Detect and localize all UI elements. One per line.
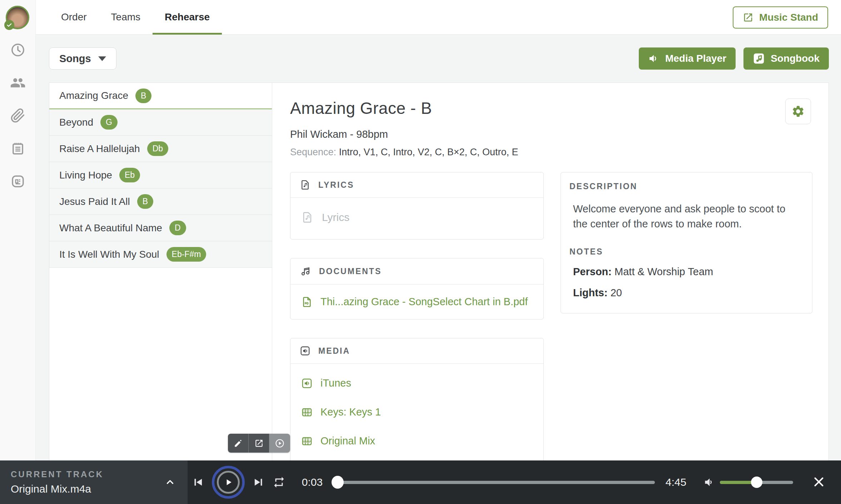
sidebar-item-notes[interactable] bbox=[10, 141, 26, 156]
song-key-badge: Eb bbox=[119, 168, 140, 182]
sidebar-item-people[interactable] bbox=[10, 75, 26, 91]
lyrics-card-header: LYRICS bbox=[290, 172, 543, 198]
elapsed-time: 0:03 bbox=[298, 476, 326, 488]
play-button[interactable] bbox=[212, 466, 245, 499]
song-key-badge: Db bbox=[147, 141, 168, 156]
song-list-item-title: Beyond bbox=[59, 117, 93, 128]
description-card: DESCRIPTION Welcome everyone and ask peo… bbox=[561, 172, 812, 313]
close-player-button[interactable] bbox=[812, 475, 825, 489]
rehearse-panel: Amazing GraceBBeyondGRaise A HallelujahD… bbox=[49, 82, 829, 460]
lyrics-card-body: Lyrics bbox=[290, 198, 543, 239]
songbook-note-icon bbox=[753, 52, 765, 65]
content-toolbar: Songs Media Player Songbook bbox=[49, 47, 829, 70]
cards-left-column: LYRICS Lyrics bbox=[290, 172, 544, 460]
keys-icon bbox=[301, 435, 313, 447]
next-track-button[interactable] bbox=[252, 475, 265, 489]
song-list-item-title: Amazing Grace bbox=[59, 90, 128, 101]
sidebar-item-layout[interactable] bbox=[10, 173, 26, 189]
music-stand-button[interactable]: Music Stand bbox=[733, 6, 828, 29]
lyrics-doc-icon bbox=[300, 180, 310, 190]
song-key-badge: G bbox=[100, 115, 118, 130]
clock-icon bbox=[10, 42, 25, 57]
repeat-icon bbox=[273, 476, 285, 489]
settings-button[interactable] bbox=[785, 99, 811, 124]
lyrics-placeholder-icon bbox=[301, 211, 313, 223]
song-list-item[interactable]: BeyondG bbox=[49, 109, 272, 136]
lyrics-placeholder[interactable]: Lyrics bbox=[290, 201, 543, 236]
songs-dropdown[interactable]: Songs bbox=[49, 47, 116, 70]
document-link-label: Thi...azing Grace - SongSelect Chart in … bbox=[320, 296, 528, 308]
skip-previous-icon bbox=[191, 475, 205, 489]
speaker-icon bbox=[648, 53, 660, 64]
tab-teams[interactable]: Teams bbox=[99, 0, 153, 34]
preview-play-button[interactable] bbox=[269, 434, 290, 453]
music-stand-label: Music Stand bbox=[759, 12, 818, 23]
tab-order[interactable]: Order bbox=[49, 0, 99, 34]
lyrics-card: LYRICS Lyrics bbox=[290, 172, 544, 240]
songs-dropdown-label: Songs bbox=[59, 53, 91, 65]
song-list-item[interactable]: Amazing GraceB bbox=[49, 83, 272, 109]
repeat-button[interactable] bbox=[273, 476, 285, 489]
note-lights-value: 20 bbox=[611, 287, 622, 298]
song-list-item[interactable]: Living HopeEb bbox=[49, 162, 272, 188]
note-lights-label: Lights: bbox=[573, 287, 608, 298]
keys-icon bbox=[301, 407, 313, 418]
sidebar-item-attachments[interactable] bbox=[10, 108, 26, 124]
cards-right-column: DESCRIPTION Welcome everyone and ask peo… bbox=[561, 172, 812, 313]
sequence-label: Sequence: bbox=[290, 147, 336, 157]
sidebar-icons bbox=[0, 42, 36, 189]
previous-track-button[interactable] bbox=[191, 475, 205, 489]
volume-icon[interactable] bbox=[702, 476, 714, 488]
people-icon bbox=[10, 75, 26, 91]
tab-rehearse[interactable]: Rehearse bbox=[153, 0, 222, 34]
content-area: Songs Media Player Songbook Amazing Grac… bbox=[36, 35, 841, 460]
media-speaker-icon bbox=[300, 346, 310, 356]
song-artist-bpm: Phil Wickam - 98bpm bbox=[290, 128, 828, 140]
song-list-item-title: It Is Well With My Soul bbox=[59, 249, 159, 260]
song-list-item[interactable]: Jesus Paid It AllB bbox=[49, 188, 272, 215]
app-root: Order Teams Rehearse Music Stand Songs M… bbox=[0, 0, 841, 504]
song-list: Amazing GraceBBeyondGRaise A HallelujahD… bbox=[49, 83, 272, 460]
music-note-icon bbox=[300, 266, 311, 277]
check-icon bbox=[6, 22, 12, 28]
pdf-file-icon bbox=[301, 296, 313, 308]
song-list-item-title: Raise A Hallelujah bbox=[59, 143, 140, 155]
media-player-label: Media Player bbox=[665, 53, 726, 64]
sidebar-item-history[interactable] bbox=[10, 42, 26, 58]
current-track-panel[interactable]: CURRENT TRACK Original Mix.m4a bbox=[0, 460, 188, 504]
play-button-inner bbox=[217, 471, 240, 494]
volume-thumb[interactable] bbox=[751, 477, 762, 488]
current-track-label: CURRENT TRACK bbox=[11, 469, 104, 479]
media-item-label: Keys: Keys 1 bbox=[320, 406, 381, 418]
player-bar: CURRENT TRACK Original Mix.m4a 0:03 bbox=[0, 460, 841, 504]
progress-bar[interactable] bbox=[333, 481, 655, 484]
media-item[interactable]: iTunes bbox=[290, 369, 543, 398]
current-track-text: CURRENT TRACK Original Mix.m4a bbox=[11, 469, 104, 495]
volume-slider[interactable] bbox=[720, 481, 793, 484]
playback-controls bbox=[191, 466, 285, 499]
songbook-button[interactable]: Songbook bbox=[743, 47, 829, 70]
media-item[interactable]: Original Mix bbox=[290, 427, 543, 455]
song-key-badge: B bbox=[135, 89, 151, 103]
current-track-name: Original Mix.m4a bbox=[11, 483, 104, 495]
lyrics-placeholder-label: Lyrics bbox=[322, 211, 349, 223]
top-nav: Order Teams Rehearse Music Stand bbox=[36, 0, 841, 35]
song-list-item[interactable]: Raise A HallelujahDb bbox=[49, 136, 272, 162]
icon-sidebar bbox=[0, 0, 36, 460]
document-link[interactable]: Thi...azing Grace - SongSelect Chart in … bbox=[290, 287, 543, 316]
song-list-item[interactable]: It Is Well With My SoulEb-F#m bbox=[49, 241, 272, 268]
chevron-up-icon bbox=[165, 478, 175, 487]
song-list-item[interactable]: What A Beautiful NameD bbox=[49, 215, 272, 241]
close-icon bbox=[812, 475, 825, 488]
avatar-check-badge bbox=[4, 20, 14, 30]
progress-thumb[interactable] bbox=[332, 476, 344, 489]
media-item[interactable]: Keys: Keys 1 bbox=[290, 398, 543, 427]
avatar[interactable] bbox=[6, 6, 29, 29]
gear-icon bbox=[791, 105, 805, 118]
detail-cards: LYRICS Lyrics bbox=[290, 172, 828, 460]
documents-card: DOCUMENTS Thi...azing Grace - SongSelect… bbox=[290, 258, 544, 319]
open-external-button[interactable] bbox=[249, 434, 269, 453]
edit-button[interactable] bbox=[228, 434, 249, 453]
notepad-icon bbox=[10, 141, 25, 156]
media-player-button[interactable]: Media Player bbox=[639, 47, 736, 70]
